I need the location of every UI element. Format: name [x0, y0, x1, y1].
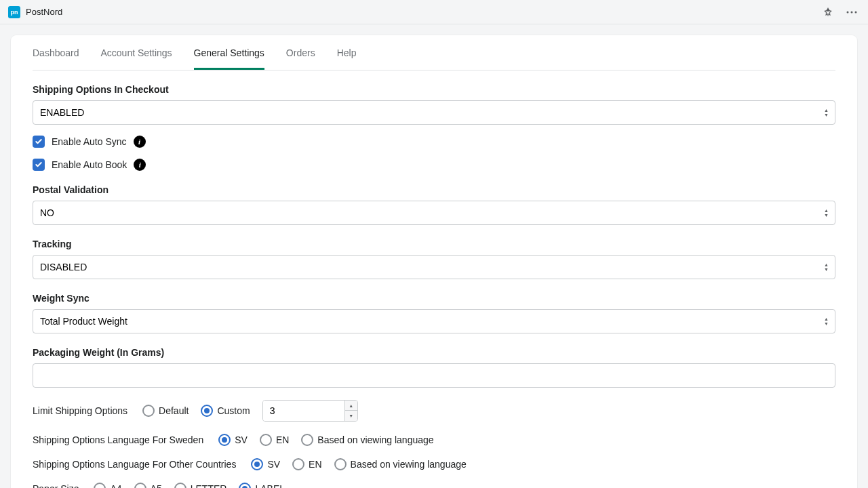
svg-point-3	[855, 11, 857, 13]
lang-other-viewing-radio[interactable]: Based on viewing language	[334, 458, 467, 470]
tab-dashboard[interactable]: Dashboard	[33, 35, 79, 70]
postal-validation-label: Postal Validation	[33, 184, 835, 195]
weight-sync-label: Weight Sync	[33, 293, 835, 304]
lang-sweden-viewing-radio[interactable]: Based on viewing language	[301, 434, 433, 446]
tab-general-settings[interactable]: General Settings	[194, 35, 264, 70]
pin-icon[interactable]	[821, 5, 835, 20]
lang-other-label: Shipping Options Language For Other Coun…	[33, 459, 236, 470]
tracking-select[interactable]	[33, 255, 835, 279]
stepper-down-icon[interactable]: ▼	[345, 411, 357, 421]
paper-a4-radio[interactable]: A4	[94, 483, 121, 488]
paper-label-radio[interactable]: LABEL	[239, 483, 285, 488]
paper-letter-radio[interactable]: LETTER	[174, 483, 227, 488]
lang-other-sv-radio[interactable]: SV	[251, 458, 280, 470]
tracking-label: Tracking	[33, 239, 835, 249]
more-icon[interactable]	[844, 8, 860, 16]
limit-default-radio[interactable]: Default	[142, 405, 189, 417]
shipping-options-select[interactable]	[33, 100, 835, 125]
limit-shipping-label: Limit Shipping Options	[33, 405, 127, 416]
svg-point-2	[851, 11, 853, 13]
app-title: PostNord	[26, 7, 62, 17]
packaging-weight-input[interactable]	[33, 363, 835, 388]
tabs: Dashboard Account Settings General Setti…	[33, 35, 835, 70]
app-icon: pn	[8, 6, 20, 18]
limit-value-input[interactable]	[263, 401, 344, 421]
limit-custom-radio[interactable]: Custom	[201, 405, 250, 417]
tab-orders[interactable]: Orders	[286, 35, 315, 70]
info-icon[interactable]: i	[134, 136, 146, 148]
svg-point-1	[847, 11, 849, 13]
lang-sweden-en-radio[interactable]: EN	[260, 434, 289, 446]
weight-sync-select[interactable]	[33, 309, 835, 333]
settings-card: Dashboard Account Settings General Setti…	[11, 35, 857, 488]
top-bar: pn PostNord	[0, 0, 868, 24]
tab-help[interactable]: Help	[337, 35, 357, 70]
lang-other-en-radio[interactable]: EN	[292, 458, 321, 470]
auto-book-checkbox[interactable]	[33, 159, 45, 171]
tab-account-settings[interactable]: Account Settings	[101, 35, 172, 70]
stepper-up-icon[interactable]: ▲	[345, 401, 357, 411]
packaging-weight-label: Packaging Weight (In Grams)	[33, 347, 835, 358]
auto-sync-label: Enable Auto Sync	[52, 136, 127, 147]
auto-book-label: Enable Auto Book	[52, 159, 127, 170]
shipping-options-label: Shipping Options In Checkout	[33, 84, 835, 95]
postal-validation-select[interactable]	[33, 201, 835, 225]
paper-size-label: Paper Size	[33, 483, 79, 488]
auto-sync-checkbox[interactable]	[33, 136, 45, 148]
lang-sweden-label: Shipping Options Language For Sweden	[33, 434, 203, 445]
paper-a5-radio[interactable]: A5	[134, 483, 162, 488]
lang-sweden-sv-radio[interactable]: SV	[218, 434, 248, 446]
info-icon[interactable]: i	[134, 159, 146, 171]
